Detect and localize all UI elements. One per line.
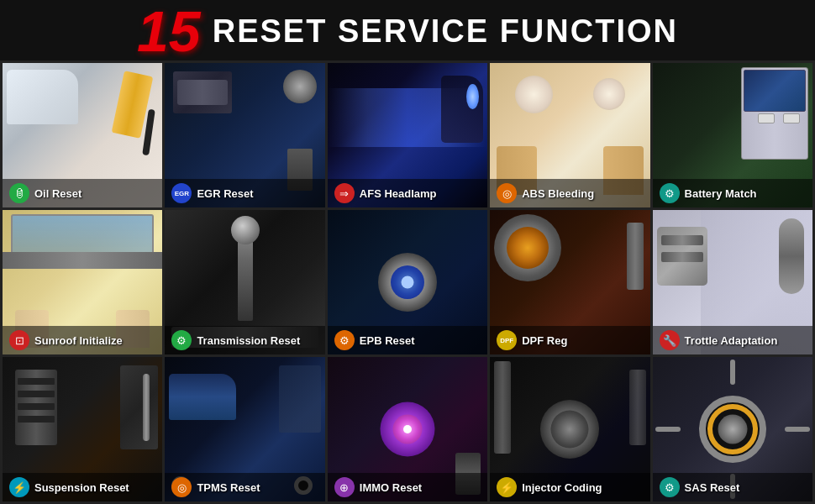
card-icon-egr-reset: EGR xyxy=(171,183,192,203)
card-icon-immo-reset: ⊕ xyxy=(334,477,355,497)
card-label-bar-immo-reset: ⊕ IMMO Reset xyxy=(328,473,487,501)
card-epb-reset[interactable]: ⚙ EPB Reset xyxy=(328,210,487,354)
card-label-bar-afs-headlamp: ⇒ AFS Headlamp xyxy=(328,179,487,207)
card-dpf-reg[interactable]: DPF DPF Reg xyxy=(490,210,649,354)
header: 15 RESET SERVICE FUNCTION xyxy=(0,0,815,60)
card-egr-reset[interactable]: EGR EGR Reset xyxy=(165,63,324,207)
header-title: RESET SERVICE FUNCTION xyxy=(213,13,678,50)
card-icon-epb-reset: ⚙ xyxy=(334,330,355,350)
card-label-suspension-reset: Suspension Reset xyxy=(34,481,129,494)
card-label-bar-epb-reset: ⚙ EPB Reset xyxy=(328,326,487,354)
card-transmission-reset[interactable]: ⚙ Transmission Reset xyxy=(165,210,324,354)
card-label-bar-injector-coding: ⚡ Injector Coding xyxy=(490,473,649,501)
card-label-battery-match: Battery Match xyxy=(685,187,757,200)
card-label-afs-headlamp: AFS Headlamp xyxy=(360,187,437,200)
card-icon-abs-bleeding: ◎ xyxy=(497,183,517,203)
card-icon-injector-coding: ⚡ xyxy=(497,477,517,497)
card-label-sunroof-initialize: Sunroof Initialize xyxy=(34,334,123,347)
card-label-oil-reset: Oil Reset xyxy=(34,187,82,200)
card-label-dpf-reg: DPF Reg xyxy=(522,334,567,347)
card-label-bar-abs-bleeding: ◎ ABS Bleeding xyxy=(490,179,649,207)
card-icon-suspension-reset: ⚡ xyxy=(9,477,29,497)
card-label-bar-oil-reset: 🛢 Oil Reset xyxy=(3,179,162,207)
card-label-egr-reset: EGR Reset xyxy=(197,187,253,200)
card-label-bar-sas-reset: ⚙ SAS Reset xyxy=(653,473,812,501)
card-icon-sunroof-initialize: ⊡ xyxy=(9,330,29,350)
card-label-sas-reset: SAS Reset xyxy=(685,481,740,494)
card-sunroof-initialize[interactable]: ⊡ Sunroof Initialize xyxy=(3,210,162,354)
card-abs-bleeding[interactable]: ◎ ABS Bleeding xyxy=(490,63,649,207)
card-label-bar-sunroof-initialize: ⊡ Sunroof Initialize xyxy=(3,326,162,354)
card-icon-oil-reset: 🛢 xyxy=(9,183,29,203)
card-afs-headlamp[interactable]: ⇒ AFS Headlamp xyxy=(328,63,487,207)
card-immo-reset[interactable]: ⊕ IMMO Reset xyxy=(328,357,487,501)
card-icon-sas-reset: ⚙ xyxy=(660,477,680,497)
card-label-tpms-reset: TPMS Reset xyxy=(197,481,260,494)
card-icon-afs-headlamp: ⇒ xyxy=(334,183,355,203)
card-suspension-reset[interactable]: ⚡ Suspension Reset xyxy=(3,357,162,501)
card-label-abs-bleeding: ABS Bleeding xyxy=(522,187,594,200)
card-icon-dpf-reg: DPF xyxy=(497,330,517,350)
card-label-bar-throttle-adaptation: 🔧 Trottle Adaptation xyxy=(653,326,812,354)
card-label-bar-transmission-reset: ⚙ Transmission Reset xyxy=(165,326,324,354)
header-number: 15 xyxy=(137,3,201,60)
card-tpms-reset[interactable]: ◎ TPMS Reset xyxy=(165,357,324,501)
card-label-injector-coding: Injector Coding xyxy=(522,481,602,494)
card-label-bar-suspension-reset: ⚡ Suspension Reset xyxy=(3,473,162,501)
card-label-bar-battery-match: ⚙ Battery Match xyxy=(653,179,812,207)
card-icon-battery-match: ⚙ xyxy=(660,183,680,203)
card-throttle-adaptation[interactable]: 🔧 Trottle Adaptation xyxy=(653,210,812,354)
card-label-bar-egr-reset: EGR EGR Reset xyxy=(165,179,324,207)
card-label-immo-reset: IMMO Reset xyxy=(360,481,422,494)
function-grid: 🛢 Oil Reset EGR EGR Reset ⇒ AFS Headlamp xyxy=(0,60,815,504)
card-icon-throttle-adaptation: 🔧 xyxy=(660,330,680,350)
card-label-transmission-reset: Transmission Reset xyxy=(197,334,300,347)
card-icon-transmission-reset: ⚙ xyxy=(171,330,192,350)
card-oil-reset[interactable]: 🛢 Oil Reset xyxy=(3,63,162,207)
card-sas-reset[interactable]: ⚙ SAS Reset xyxy=(653,357,812,501)
card-label-bar-dpf-reg: DPF DPF Reg xyxy=(490,326,649,354)
card-label-bar-tpms-reset: ◎ TPMS Reset xyxy=(165,473,324,501)
card-icon-tpms-reset: ◎ xyxy=(171,477,192,497)
card-label-epb-reset: EPB Reset xyxy=(360,334,415,347)
card-injector-coding[interactable]: ⚡ Injector Coding xyxy=(490,357,649,501)
card-battery-match[interactable]: ⚙ Battery Match xyxy=(653,63,812,207)
card-label-throttle-adaptation: Trottle Adaptation xyxy=(685,334,778,347)
